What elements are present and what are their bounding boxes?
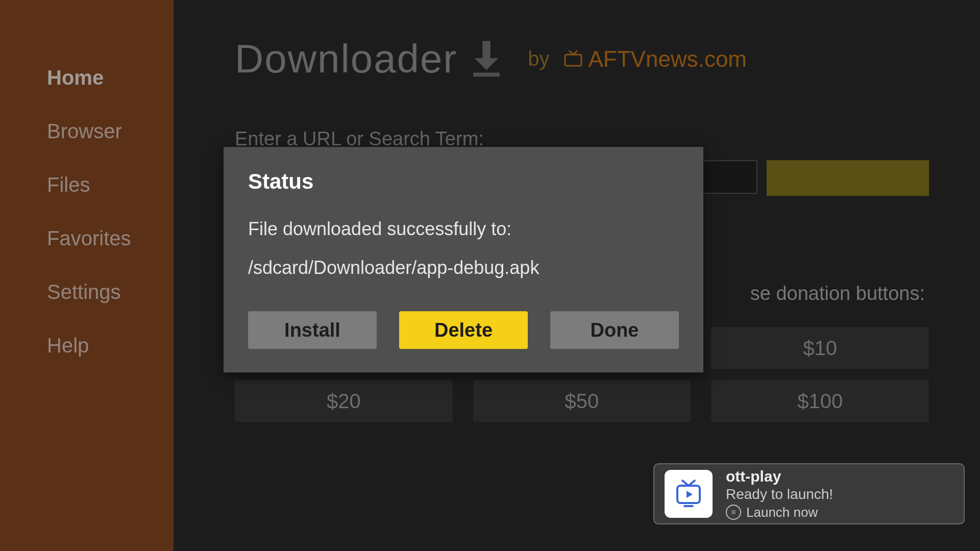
dialog-button-row: Install Delete Done: [248, 311, 679, 349]
menu-icon: ≡: [726, 505, 741, 520]
dialog-message: File downloaded successfully to:: [248, 218, 679, 240]
toast-action-label: Launch now: [746, 505, 818, 520]
toast-subtitle: Ready to launch!: [726, 486, 833, 503]
toast-action[interactable]: ≡ Launch now: [726, 505, 833, 520]
launch-toast[interactable]: ott-play Ready to launch! ≡ Launch now: [653, 463, 965, 524]
toast-text: ott-play Ready to launch! ≡ Launch now: [726, 468, 833, 520]
dialog-path: /sdcard/Downloader/app-debug.apk: [248, 257, 679, 279]
svg-rect-6: [683, 505, 694, 507]
status-dialog: Status File downloaded successfully to: …: [224, 147, 703, 372]
toast-app-icon: [665, 470, 713, 518]
toast-app-name: ott-play: [726, 468, 833, 485]
delete-button[interactable]: Delete: [399, 311, 528, 349]
svg-marker-5: [687, 491, 693, 498]
dialog-title: Status: [248, 169, 679, 194]
done-button[interactable]: Done: [550, 311, 679, 349]
install-button[interactable]: Install: [248, 311, 377, 349]
